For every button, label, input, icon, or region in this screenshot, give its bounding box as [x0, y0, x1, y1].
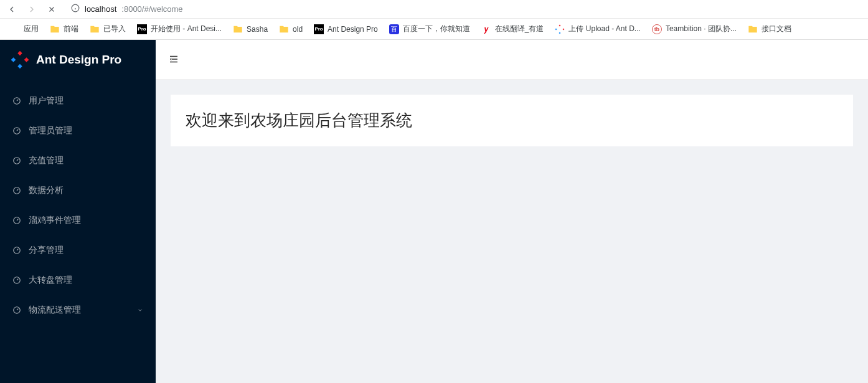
chevron-down-icon — [137, 305, 143, 315]
welcome-heading: 欢迎来到农场庄园后台管理系统 — [186, 110, 838, 131]
folder-icon — [233, 24, 243, 34]
sidebar-item-logistics-mgmt[interactable]: 物流配送管理 — [0, 295, 156, 325]
bookmark-label: 前端 — [64, 24, 78, 34]
bookmark-item[interactable]: 接口文档 — [744, 21, 795, 37]
dashboard-icon — [12, 246, 21, 255]
dashboard-icon — [12, 186, 21, 195]
sidebar-item-label: 管理员管理 — [29, 125, 72, 136]
content-card: 欢迎来到农场庄园后台管理系统 — [171, 95, 853, 146]
dashboard-icon — [12, 97, 21, 105]
sidebar-item-admin-mgmt[interactable]: 管理员管理 — [0, 116, 156, 146]
sidebar-item-label: 大转盘管理 — [29, 275, 72, 286]
svg-rect-5 — [555, 28, 557, 30]
dashboard-icon — [12, 126, 21, 135]
baidu-icon: 百 — [389, 24, 399, 34]
dashboard-icon — [12, 276, 21, 285]
bookmark-label: 接口文档 — [762, 24, 791, 34]
svg-rect-6 — [563, 28, 565, 30]
bookmark-item[interactable]: 百 百度一下，你就知道 — [385, 21, 474, 37]
dashboard-icon — [12, 216, 21, 225]
bookmark-item[interactable]: tb Teambition · 团队协... — [648, 21, 740, 37]
bookmark-item[interactable]: Sasha — [229, 22, 271, 37]
sidebar-item-label: 物流配送管理 — [29, 305, 81, 316]
bookmark-item[interactable]: 前端 — [46, 21, 82, 37]
sidebar-item-share-mgmt[interactable]: 分享管理 — [0, 235, 156, 265]
youdao-icon: y — [481, 24, 491, 34]
pro-icon: Pro — [314, 24, 324, 34]
antd-icon — [555, 24, 565, 34]
apps-shortcut[interactable]: 应用 — [6, 21, 42, 37]
sidebar-item-label: 数据分析 — [29, 185, 64, 196]
sidebar: Ant Design Pro 用户管理 管理员管理 充值管理 数据分析 溜鸡事件… — [0, 40, 156, 383]
teambition-icon: tb — [652, 24, 662, 34]
folder-icon — [748, 24, 758, 34]
main-area: 欢迎来到农场庄园后台管理系统 — [156, 40, 868, 383]
bookmark-label: Sasha — [247, 25, 268, 34]
bookmark-label: 已导入 — [103, 24, 126, 34]
folder-icon — [279, 24, 289, 34]
svg-rect-3 — [559, 24, 561, 26]
bookmark-label: 开始使用 - Ant Desi... — [151, 24, 222, 34]
url-path: :8000/#/welcome — [121, 4, 182, 14]
sidebar-item-data-analysis[interactable]: 数据分析 — [0, 176, 156, 206]
sidebar-item-label: 溜鸡事件管理 — [29, 215, 81, 226]
sidebar-item-label: 用户管理 — [29, 95, 64, 106]
bookmark-label: 百度一下，你就知道 — [403, 24, 470, 34]
bookmark-label: old — [293, 25, 303, 34]
dashboard-icon — [12, 306, 21, 314]
brand-row[interactable]: Ant Design Pro — [0, 40, 156, 80]
brand-title: Ant Design Pro — [36, 53, 121, 67]
svg-rect-7 — [17, 51, 22, 55]
bookmark-item[interactable]: Pro 开始使用 - Ant Desi... — [133, 21, 225, 37]
sidebar-item-user-mgmt[interactable]: 用户管理 — [0, 86, 156, 116]
url-host: localhost — [85, 4, 116, 14]
svg-rect-10 — [24, 57, 29, 62]
bookmark-item[interactable]: y 在线翻译_有道 — [478, 21, 548, 37]
bookmark-item[interactable]: 已导入 — [86, 21, 130, 37]
logo-icon — [11, 51, 29, 69]
bookmark-label: 上传 Upload - Ant D... — [568, 24, 640, 34]
stop-button[interactable] — [46, 4, 57, 15]
sidebar-item-label: 充值管理 — [29, 155, 64, 166]
sidebar-collapse-button[interactable] — [168, 54, 181, 66]
svg-rect-9 — [11, 57, 16, 62]
pro-icon: Pro — [137, 24, 147, 34]
bookmark-item[interactable]: 上传 Upload - Ant D... — [551, 21, 644, 37]
sidebar-item-recharge-mgmt[interactable]: 充值管理 — [0, 146, 156, 176]
sidebar-item-wheel-mgmt[interactable]: 大转盘管理 — [0, 265, 156, 295]
browser-toolbar: localhost:8000/#/welcome — [0, 0, 868, 19]
folder-icon — [50, 24, 60, 34]
apps-icon — [10, 24, 20, 34]
sidebar-item-label: 分享管理 — [29, 245, 64, 256]
sidebar-item-event-mgmt[interactable]: 溜鸡事件管理 — [0, 206, 156, 235]
bookmarks-bar: 应用 前端 已导入 Pro 开始使用 - Ant Desi... Sasha o… — [0, 19, 868, 40]
bookmark-item[interactable]: old — [275, 22, 306, 37]
folder-icon — [90, 24, 100, 34]
bookmark-label: 在线翻译_有道 — [495, 24, 544, 34]
bookmark-item[interactable]: Pro Ant Design Pro — [310, 22, 382, 37]
bookmark-label: Ant Design Pro — [328, 25, 378, 34]
dashboard-icon — [12, 156, 21, 165]
info-icon — [71, 4, 80, 14]
app-root: Ant Design Pro 用户管理 管理员管理 充值管理 数据分析 溜鸡事件… — [0, 40, 868, 383]
forward-button[interactable] — [26, 4, 37, 15]
sidebar-menu: 用户管理 管理员管理 充值管理 数据分析 溜鸡事件管理 分享管理 — [0, 80, 156, 325]
svg-rect-4 — [559, 32, 561, 34]
apps-label: 应用 — [24, 24, 39, 34]
address-bar[interactable]: localhost:8000/#/welcome — [66, 2, 862, 17]
svg-rect-8 — [17, 64, 22, 69]
bookmark-label: Teambition · 团队协... — [666, 24, 737, 34]
top-header — [156, 40, 868, 80]
back-button[interactable] — [6, 4, 17, 15]
content-wrap: 欢迎来到农场庄园后台管理系统 — [156, 80, 868, 161]
